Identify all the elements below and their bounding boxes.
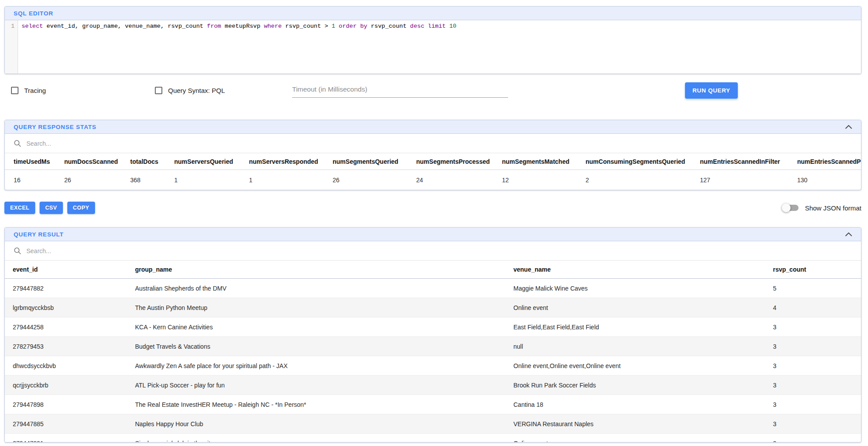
table-row: 279444258KCA - Kern Canine ActivitiesEas… <box>5 317 861 337</box>
stats-col-numConsumingSegmentsQueried: numConsumingSegmentsQueried <box>577 158 691 165</box>
toggle-thumb[interactable] <box>782 203 791 212</box>
stats-search-input[interactable] <box>26 140 861 147</box>
cell-rsvp_count: 3 <box>765 401 861 408</box>
table-row: 279447885Naples Happy Hour ClubVERGINA R… <box>5 414 861 434</box>
cell-event_id: lgrbmqycckbsb <box>5 304 127 311</box>
table-row: qcrjjsycckbrbATL Pick-up Soccer - play f… <box>5 376 861 395</box>
cell-group_name: ATL Pick-up Soccer - play for fun <box>127 382 505 389</box>
stats-col-timeUsedMs: timeUsedMs <box>5 158 55 165</box>
sql-editor-panel: SQL EDITOR 1 select event_id, group_name… <box>4 6 861 74</box>
stats-value-numServersResponded: 1 <box>240 177 324 184</box>
cell-venue_name: Cantina 18 <box>505 401 765 408</box>
cell-group_name: Naples Happy Hour Club <box>127 420 505 428</box>
stats-value-timeUsedMs: 16 <box>5 177 55 184</box>
cell-group_name: The Austin Python Meetup <box>127 304 505 311</box>
result-col-event_id: event_id <box>5 266 127 273</box>
cell-rsvp_count: 3 <box>765 362 861 369</box>
stats-col-totalDocs: totalDocs <box>121 158 165 165</box>
sql-token-number: 1 <box>332 23 335 29</box>
tracing-checkbox-box[interactable] <box>11 87 18 94</box>
cell-event_id: dhwcdsycckbvb <box>5 362 127 369</box>
stats-value-numDocsScanned: 26 <box>55 177 121 184</box>
result-header: QUERY RESULT <box>5 228 861 241</box>
cell-group_name: The Real Estate InvestHER Meetup - Ralei… <box>127 401 505 408</box>
cell-group_name: Budget Travels & Vacations <box>127 343 505 350</box>
pql-label: Query Syntax: PQL <box>168 87 225 94</box>
stats-value-numConsumingSegmentsQueried: 2 <box>577 177 691 184</box>
query-controls: Tracing Query Syntax: PQL RUN QUERY <box>0 74 868 120</box>
cell-rsvp_count: 3 <box>765 440 861 442</box>
cell-event_id: 279447885 <box>5 420 127 428</box>
copy-button[interactable]: COPY <box>67 202 95 214</box>
result-search-input[interactable] <box>26 247 861 254</box>
stats-col-numSegmentsMatched: numSegmentsMatched <box>493 158 577 165</box>
query-result-panel: QUERY RESULT event_idgroup_namevenue_nam… <box>4 227 861 442</box>
cell-event_id: 279447891 <box>5 440 127 442</box>
search-icon <box>14 247 22 255</box>
export-row: EXCEL CSV COPY Show JSON format <box>4 202 863 214</box>
collapse-chevron-up-icon[interactable] <box>845 125 852 129</box>
sql-token-keyword: select <box>22 23 43 29</box>
table-row: 279447898The Real Estate InvestHER Meetu… <box>5 395 861 414</box>
result-title: QUERY RESULT <box>14 231 64 238</box>
cell-venue_name: Brook Run Park Soccer Fields <box>505 382 765 389</box>
cell-rsvp_count: 3 <box>765 420 861 428</box>
cell-venue_name: Online event <box>505 304 765 311</box>
cell-venue_name: VERGINA Restaurant Naples <box>505 420 765 428</box>
pql-syntax-checkbox[interactable]: Query Syntax: PQL <box>155 87 225 94</box>
stats-value-numEntriesScannedPostFilter: 130 <box>788 177 861 184</box>
show-json-toggle[interactable]: Show JSON format <box>784 204 861 212</box>
sql-token-plain <box>425 23 428 29</box>
cell-event_id: 279444258 <box>5 324 127 331</box>
cell-rsvp_count: 3 <box>765 382 861 389</box>
pql-checkbox-box[interactable] <box>155 87 162 94</box>
cell-group_name: KCA - Kern Canine Activities <box>127 324 505 331</box>
sql-code-line[interactable]: select event_id, group_name, venue_name,… <box>18 20 456 74</box>
cell-event_id: qcrjjsycckbrb <box>5 382 127 389</box>
timeout-input[interactable] <box>292 84 508 98</box>
sql-token-plain <box>335 23 339 29</box>
cell-venue_name: East Field,East Field,East Field <box>505 324 765 331</box>
result-table-header-row: event_idgroup_namevenue_namersvp_count <box>5 261 861 279</box>
sql-token-plain: rsvp_count > <box>282 23 331 29</box>
csv-button[interactable]: CSV <box>40 202 63 214</box>
stats-header: QUERY RESPONSE STATS <box>5 120 861 134</box>
cell-venue_name: null <box>505 343 765 350</box>
sql-token-plain: meetupRsvp <box>221 23 264 29</box>
stats-col-numEntriesScannedInFilter: numEntriesScannedInFilter <box>691 158 788 165</box>
tracing-label: Tracing <box>24 87 46 94</box>
stats-search-row <box>5 134 861 153</box>
cell-rsvp_count: 3 <box>765 324 861 331</box>
line-number-gutter: 1 <box>5 20 18 74</box>
sql-code-editor[interactable]: 1 select event_id, group_name, venue_nam… <box>5 20 861 74</box>
sql-token-number: 10 <box>449 23 456 29</box>
stats-value-numEntriesScannedInFilter: 127 <box>691 177 788 184</box>
run-query-button[interactable]: RUN QUERY <box>685 82 738 99</box>
result-search-row <box>5 241 861 261</box>
stats-col-numSegmentsProcessed: numSegmentsProcessed <box>407 158 493 165</box>
query-response-stats-panel: QUERY RESPONSE STATS timeUsedMsnumDocsSc… <box>4 120 861 190</box>
stats-value-numSegmentsQueried: 26 <box>324 177 407 184</box>
excel-button[interactable]: EXCEL <box>4 202 35 214</box>
sql-editor-title: SQL EDITOR <box>14 10 53 17</box>
result-col-group_name: group_name <box>127 266 505 273</box>
search-icon <box>14 140 22 147</box>
cell-group_name: Awkwardly Zen A safe place for your spir… <box>127 362 505 369</box>
toggle-track[interactable] <box>784 205 798 211</box>
stats-col-numSegmentsQueried: numSegmentsQueried <box>324 158 407 165</box>
sql-token-keyword: from <box>207 23 221 29</box>
show-json-label: Show JSON format <box>805 204 861 212</box>
stats-value-totalDocs: 368 <box>121 177 165 184</box>
result-table-body[interactable]: 279447882Australian Shepherds of the DMV… <box>5 279 861 442</box>
table-row: lgrbmqycckbsbThe Austin Python MeetupOnl… <box>5 298 861 317</box>
sql-token-keyword: limit <box>428 23 446 29</box>
cell-venue_name: Maggie Malick Wine Caves <box>505 285 765 292</box>
result-col-venue_name: venue_name <box>505 266 765 273</box>
tracing-checkbox[interactable]: Tracing <box>11 87 46 94</box>
timeout-field-wrap <box>292 84 508 98</box>
cell-group_name: Australian Shepherds of the DMV <box>127 285 505 292</box>
stats-col-numDocsScanned: numDocsScanned <box>55 158 121 165</box>
collapse-chevron-up-icon[interactable] <box>845 232 852 236</box>
sql-editor-header: SQL EDITOR <box>5 7 861 20</box>
table-row: 279447891Singles social club in the city… <box>5 434 861 442</box>
